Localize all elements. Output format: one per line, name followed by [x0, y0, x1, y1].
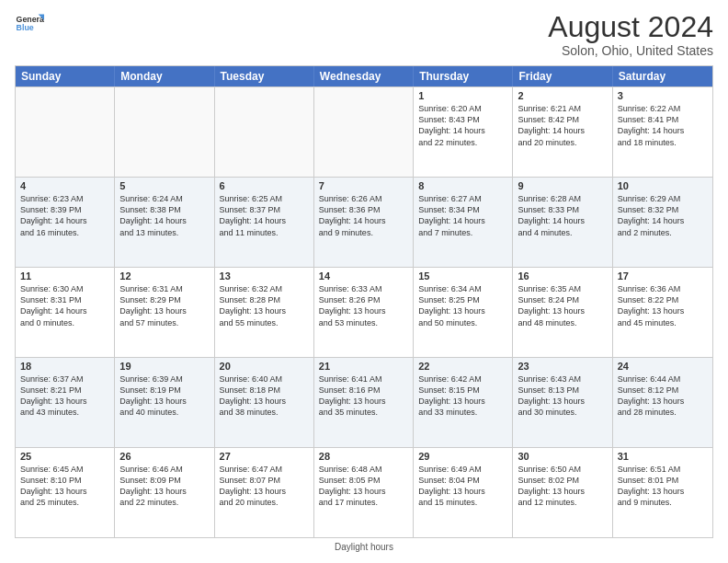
day-info: Sunrise: 6:34 AM Sunset: 8:25 PM Dayligh…	[418, 283, 507, 328]
day-cell-10: 10Sunrise: 6:29 AM Sunset: 8:32 PM Dayli…	[613, 178, 712, 267]
header-day-wednesday: Wednesday	[314, 66, 414, 86]
empty-cell	[115, 87, 214, 177]
day-info: Sunrise: 6:46 AM Sunset: 8:09 PM Dayligh…	[119, 464, 209, 509]
day-cell-23: 23Sunrise: 6:43 AM Sunset: 8:13 PM Dayli…	[513, 358, 612, 447]
day-cell-8: 8Sunrise: 6:27 AM Sunset: 8:34 PM Daylig…	[414, 178, 513, 267]
day-number: 5	[119, 180, 209, 191]
day-info: Sunrise: 6:51 AM Sunset: 8:01 PM Dayligh…	[618, 464, 708, 509]
day-number: 13	[220, 270, 309, 282]
location: Solon, Ohio, United States	[548, 43, 713, 58]
calendar: SundayMondayTuesdayWednesdayThursdayFrid…	[15, 65, 713, 538]
day-info: Sunrise: 6:45 AM Sunset: 8:10 PM Dayligh…	[20, 464, 109, 509]
day-number: 15	[418, 270, 507, 282]
day-number: 20	[220, 361, 309, 372]
header-day-sunday: Sunday	[16, 66, 115, 86]
day-cell-27: 27Sunrise: 6:47 AM Sunset: 8:07 PM Dayli…	[215, 448, 314, 537]
empty-cell	[215, 87, 314, 177]
day-cell-29: 29Sunrise: 6:49 AM Sunset: 8:04 PM Dayli…	[414, 448, 513, 537]
page: General Blue August 2024 Solon, Ohio, Un…	[0, 0, 728, 563]
day-cell-4: 4Sunrise: 6:23 AM Sunset: 8:39 PM Daylig…	[16, 178, 115, 267]
day-cell-12: 12Sunrise: 6:31 AM Sunset: 8:29 PM Dayli…	[115, 268, 214, 357]
day-info: Sunrise: 6:36 AM Sunset: 8:22 PM Dayligh…	[618, 283, 708, 328]
day-number: 10	[618, 180, 708, 191]
day-info: Sunrise: 6:30 AM Sunset: 8:31 PM Dayligh…	[20, 283, 109, 328]
svg-text:Blue: Blue	[17, 23, 34, 32]
calendar-row: 25Sunrise: 6:45 AM Sunset: 8:10 PM Dayli…	[16, 447, 712, 537]
header-day-friday: Friday	[513, 66, 612, 86]
day-info: Sunrise: 6:23 AM Sunset: 8:39 PM Dayligh…	[20, 193, 109, 238]
day-info: Sunrise: 6:39 AM Sunset: 8:19 PM Dayligh…	[119, 373, 209, 419]
day-number: 6	[220, 180, 309, 191]
day-cell-9: 9Sunrise: 6:28 AM Sunset: 8:33 PM Daylig…	[513, 178, 612, 267]
daylight-label: Daylight hours	[335, 542, 393, 552]
day-info: Sunrise: 6:48 AM Sunset: 8:05 PM Dayligh…	[319, 464, 408, 509]
day-cell-5: 5Sunrise: 6:24 AM Sunset: 8:38 PM Daylig…	[115, 178, 214, 267]
day-cell-30: 30Sunrise: 6:50 AM Sunset: 8:02 PM Dayli…	[513, 448, 612, 537]
day-info: Sunrise: 6:41 AM Sunset: 8:16 PM Dayligh…	[319, 373, 408, 419]
day-number: 7	[319, 180, 408, 191]
empty-cell	[314, 87, 414, 177]
day-info: Sunrise: 6:37 AM Sunset: 8:21 PM Dayligh…	[20, 373, 109, 419]
day-number: 9	[518, 180, 607, 191]
day-number: 21	[319, 361, 408, 372]
day-cell-7: 7Sunrise: 6:26 AM Sunset: 8:36 PM Daylig…	[314, 178, 414, 267]
header-day-thursday: Thursday	[414, 66, 513, 86]
day-number: 12	[119, 270, 209, 282]
day-number: 25	[20, 451, 109, 462]
day-number: 22	[418, 361, 507, 372]
day-info: Sunrise: 6:20 AM Sunset: 8:43 PM Dayligh…	[418, 103, 507, 148]
day-cell-16: 16Sunrise: 6:35 AM Sunset: 8:24 PM Dayli…	[513, 268, 612, 357]
day-cell-15: 15Sunrise: 6:34 AM Sunset: 8:25 PM Dayli…	[414, 268, 513, 357]
day-info: Sunrise: 6:50 AM Sunset: 8:02 PM Dayligh…	[518, 464, 607, 509]
day-info: Sunrise: 6:40 AM Sunset: 8:18 PM Dayligh…	[220, 373, 309, 419]
day-number: 14	[319, 270, 408, 282]
day-cell-1: 1Sunrise: 6:20 AM Sunset: 8:43 PM Daylig…	[414, 87, 513, 177]
day-cell-25: 25Sunrise: 6:45 AM Sunset: 8:10 PM Dayli…	[16, 448, 115, 537]
day-cell-11: 11Sunrise: 6:30 AM Sunset: 8:31 PM Dayli…	[16, 268, 115, 357]
day-info: Sunrise: 6:33 AM Sunset: 8:26 PM Dayligh…	[319, 283, 408, 328]
calendar-header: SundayMondayTuesdayWednesdayThursdayFrid…	[16, 66, 712, 86]
day-number: 4	[20, 180, 109, 191]
day-number: 29	[418, 451, 507, 462]
day-info: Sunrise: 6:28 AM Sunset: 8:33 PM Dayligh…	[518, 193, 607, 238]
day-cell-21: 21Sunrise: 6:41 AM Sunset: 8:16 PM Dayli…	[314, 358, 414, 447]
day-info: Sunrise: 6:44 AM Sunset: 8:12 PM Dayligh…	[618, 373, 708, 419]
day-info: Sunrise: 6:32 AM Sunset: 8:28 PM Dayligh…	[220, 283, 309, 328]
header: General Blue August 2024 Solon, Ohio, Un…	[15, 11, 713, 58]
day-number: 27	[220, 451, 309, 462]
day-cell-13: 13Sunrise: 6:32 AM Sunset: 8:28 PM Dayli…	[215, 268, 314, 357]
day-info: Sunrise: 6:31 AM Sunset: 8:29 PM Dayligh…	[119, 283, 209, 328]
day-cell-31: 31Sunrise: 6:51 AM Sunset: 8:01 PM Dayli…	[613, 448, 712, 537]
day-info: Sunrise: 6:21 AM Sunset: 8:42 PM Dayligh…	[518, 103, 607, 148]
day-info: Sunrise: 6:24 AM Sunset: 8:38 PM Dayligh…	[119, 193, 209, 238]
day-number: 11	[20, 270, 109, 282]
generalblue-logo-icon: General Blue	[15, 11, 44, 37]
day-number: 19	[119, 361, 209, 372]
calendar-row: 4Sunrise: 6:23 AM Sunset: 8:39 PM Daylig…	[16, 177, 712, 267]
day-number: 28	[319, 451, 408, 462]
day-cell-19: 19Sunrise: 6:39 AM Sunset: 8:19 PM Dayli…	[115, 358, 214, 447]
title-block: August 2024 Solon, Ohio, United States	[548, 11, 713, 58]
footer-note: Daylight hours	[15, 542, 713, 552]
month-year: August 2024	[548, 11, 713, 43]
day-number: 26	[119, 451, 209, 462]
day-cell-18: 18Sunrise: 6:37 AM Sunset: 8:21 PM Dayli…	[16, 358, 115, 447]
day-cell-3: 3Sunrise: 6:22 AM Sunset: 8:41 PM Daylig…	[613, 87, 712, 177]
day-number: 30	[518, 451, 607, 462]
header-day-tuesday: Tuesday	[215, 66, 314, 86]
day-info: Sunrise: 6:43 AM Sunset: 8:13 PM Dayligh…	[518, 373, 607, 419]
day-info: Sunrise: 6:27 AM Sunset: 8:34 PM Dayligh…	[418, 193, 507, 238]
logo: General Blue	[15, 11, 44, 37]
day-info: Sunrise: 6:25 AM Sunset: 8:37 PM Dayligh…	[220, 193, 309, 238]
header-day-monday: Monday	[115, 66, 214, 86]
day-info: Sunrise: 6:42 AM Sunset: 8:15 PM Dayligh…	[418, 373, 507, 419]
day-info: Sunrise: 6:26 AM Sunset: 8:36 PM Dayligh…	[319, 193, 408, 238]
day-cell-6: 6Sunrise: 6:25 AM Sunset: 8:37 PM Daylig…	[215, 178, 314, 267]
day-number: 3	[618, 90, 708, 101]
day-info: Sunrise: 6:29 AM Sunset: 8:32 PM Dayligh…	[618, 193, 708, 238]
empty-cell	[16, 87, 115, 177]
day-info: Sunrise: 6:22 AM Sunset: 8:41 PM Dayligh…	[618, 103, 708, 148]
day-number: 16	[518, 270, 607, 282]
day-cell-28: 28Sunrise: 6:48 AM Sunset: 8:05 PM Dayli…	[314, 448, 414, 537]
day-number: 31	[618, 451, 708, 462]
